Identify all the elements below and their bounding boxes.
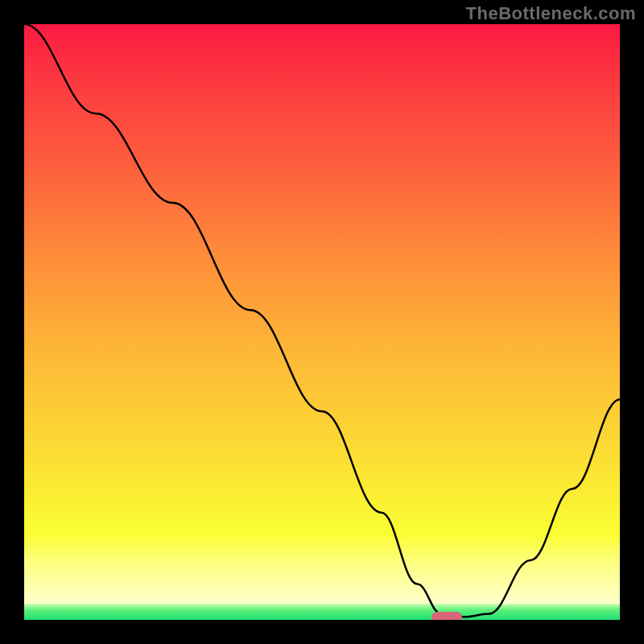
optimal-marker — [431, 612, 462, 620]
plot-area — [24, 24, 620, 620]
watermark-text: TheBottleneck.com — [466, 3, 636, 24]
bottleneck-curve — [24, 24, 620, 620]
chart-frame: TheBottleneck.com — [0, 0, 644, 644]
